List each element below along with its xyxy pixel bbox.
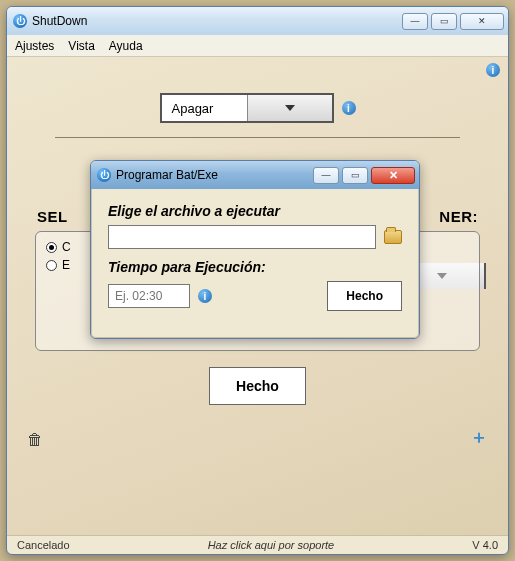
- file-input[interactable]: [108, 225, 376, 249]
- app-icon: ⏻: [97, 168, 111, 182]
- action-select[interactable]: Apagar: [160, 93, 334, 123]
- action-select-value: Apagar: [162, 101, 247, 116]
- close-button[interactable]: ✕: [460, 13, 504, 30]
- minimize-button[interactable]: —: [313, 167, 339, 184]
- time-label: Tiempo para Ejecución:: [108, 259, 402, 275]
- file-label: Elige el archivo a ejecutar: [108, 203, 402, 219]
- time-input[interactable]: [108, 284, 190, 308]
- divider: [55, 137, 460, 138]
- window-title: ShutDown: [32, 14, 87, 28]
- done-button[interactable]: Hecho: [209, 367, 306, 405]
- minimize-button[interactable]: —: [402, 13, 428, 30]
- chevron-down-icon: [247, 95, 332, 121]
- menu-ajustes[interactable]: Ajustes: [15, 39, 54, 53]
- folder-icon[interactable]: [384, 230, 402, 244]
- menu-ayuda[interactable]: Ayuda: [109, 39, 143, 53]
- status-bar: Cancelado Haz click aqui por soporte V 4…: [7, 535, 508, 556]
- programar-dialog: ⏻ Programar Bat/Exe — ▭ ✕ Elige el archi…: [90, 160, 420, 339]
- menubar: Ajustes Vista Ayuda: [7, 35, 508, 57]
- dialog-titlebar[interactable]: ⏻ Programar Bat/Exe — ▭ ✕: [91, 161, 419, 189]
- trash-icon[interactable]: 🗑: [27, 431, 43, 449]
- help-icon[interactable]: i: [198, 289, 212, 303]
- main-titlebar[interactable]: ⏻ ShutDown — ▭ ✕: [7, 7, 508, 35]
- menu-vista[interactable]: Vista: [68, 39, 94, 53]
- help-icon[interactable]: i: [486, 63, 500, 77]
- app-icon: ⏻: [13, 14, 27, 28]
- status-left: Cancelado: [17, 539, 70, 551]
- version-label: V 4.0: [472, 539, 498, 551]
- maximize-button[interactable]: ▭: [431, 13, 457, 30]
- dialog-title: Programar Bat/Exe: [116, 168, 218, 182]
- add-icon[interactable]: ＋: [470, 425, 488, 449]
- close-button[interactable]: ✕: [371, 167, 415, 184]
- support-link[interactable]: Haz click aqui por soporte: [208, 539, 335, 551]
- dialog-done-button[interactable]: Hecho: [327, 281, 402, 311]
- help-icon[interactable]: i: [342, 101, 356, 115]
- maximize-button[interactable]: ▭: [342, 167, 368, 184]
